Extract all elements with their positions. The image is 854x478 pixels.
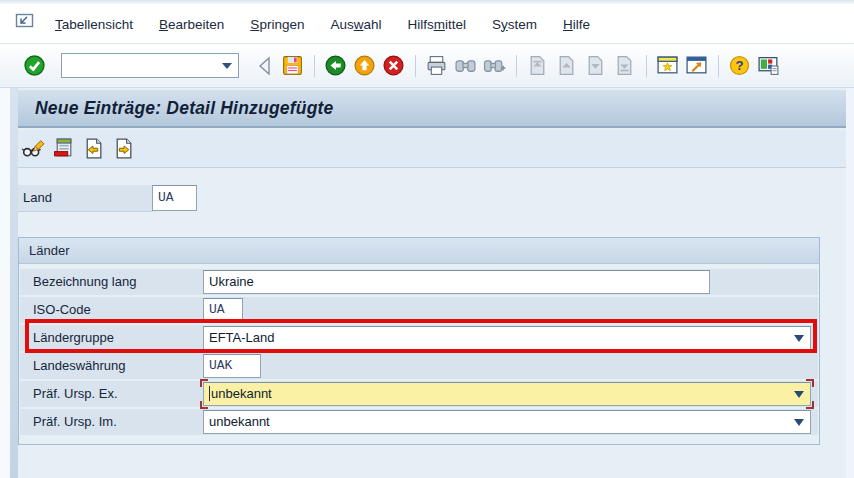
enter-icon[interactable] [22,53,47,78]
row-praef-ursp-im: Präf. Ursp. Im. unbekannt [20,409,818,435]
praef-ursp-ex-value: unbekannt [211,386,272,401]
chevron-down-icon[interactable] [794,419,804,426]
menu-bar: Tabellensicht Bearbeiten Springen Auswah… [0,0,854,44]
print-icon[interactable] [424,53,449,78]
praef-ursp-im-dropdown[interactable]: unbekannt [203,410,811,434]
laendergruppe-dropdown[interactable]: EFTA-Land [203,326,811,350]
window-left-margin [0,88,10,478]
new-session-icon[interactable] [655,53,680,78]
back-nav-icon[interactable] [251,53,276,78]
menu-springen[interactable]: Springen [241,13,313,36]
screen-body: Land UA Länder Bezeichnung lang Ukraine … [18,168,846,478]
land-label: Land [18,185,153,212]
menu-system[interactable]: System [483,13,546,36]
next-page-icon[interactable] [583,53,608,78]
landeswaehrung-field[interactable]: UAK [203,354,261,378]
save-icon[interactable] [280,53,305,78]
toolbar-separator [646,55,647,77]
laender-groupbox: Länder Bezeichnung lang Ukraine ISO-Code… [18,237,820,445]
text-cursor [209,386,210,401]
delete-icon[interactable] [50,135,77,162]
first-page-icon[interactable] [525,53,550,78]
menu-bearbeiten[interactable]: Bearbeiten [150,13,233,36]
laendergruppe-value: EFTA-Land [209,330,275,345]
row-praef-ursp-ex: Präf. Ursp. Ex. unbekannt [20,381,818,407]
chevron-down-icon[interactable] [794,335,804,342]
cancel-icon[interactable] [381,53,406,78]
customize-layout-icon[interactable] [756,53,781,78]
row-iso-code: ISO-Code UA [20,297,818,323]
land-field[interactable]: UA [152,185,197,211]
create-shortcut-icon[interactable] [684,53,709,78]
toolbar-separator [516,55,517,77]
title-bar: Neue Einträge: Detail Hinzugefügte [18,90,846,128]
laendergruppe-label: Ländergruppe [33,325,114,351]
page-title: Neue Einträge: Detail Hinzugefügte [35,98,334,119]
next-entry-icon[interactable] [110,135,137,162]
toolbar-separator [415,55,416,77]
command-field [61,53,239,78]
bezeichnung-lang-field[interactable]: Ukraine [203,270,710,294]
row-laendergruppe: Ländergruppe EFTA-Land [20,325,818,351]
menu-tabellensicht[interactable]: Tabellensicht [46,13,142,36]
svg-text:?: ? [736,58,744,73]
last-page-icon[interactable] [612,53,637,78]
application-toolbar [18,130,846,168]
back-circle-icon[interactable] [323,53,348,78]
previous-page-icon[interactable] [554,53,579,78]
row-landeswaehrung: Landeswährung UAK [20,353,818,379]
command-dropdown-icon[interactable] [222,63,232,69]
previous-entry-icon[interactable] [80,135,107,162]
menu-items: Tabellensicht Bearbeiten Springen Auswah… [46,4,607,44]
exit-icon[interactable] [352,53,377,78]
command-input[interactable] [68,56,222,75]
window-left-border [10,88,18,478]
system-menu-icon[interactable] [15,13,35,29]
menu-hilfsmittel[interactable]: Hilfsmittel [398,13,475,36]
row-bezeichnung-lang: Bezeichnung lang Ukraine [20,269,818,295]
help-icon[interactable]: ? [727,53,752,78]
toolbar-separator [718,55,719,77]
menu-hilfe[interactable]: Hilfe [554,13,599,36]
praef-ursp-im-label: Präf. Ursp. Im. [33,409,117,435]
landeswaehrung-label: Landeswährung [33,353,126,379]
menu-auswahl[interactable]: Auswahl [321,13,390,36]
praef-ursp-ex-label: Präf. Ursp. Ex. [33,381,118,407]
iso-code-label: ISO-Code [33,297,91,323]
toolbar-separator [314,55,315,77]
chevron-down-icon[interactable] [794,391,804,398]
iso-code-field[interactable]: UA [203,298,243,322]
bezeichnung-lang-label: Bezeichnung lang [33,269,136,295]
groupbox-title: Länder [19,238,819,264]
praef-ursp-im-value: unbekannt [209,414,270,429]
window-right-border [846,88,854,478]
find-next-icon[interactable] [482,53,507,78]
display-change-icon[interactable] [20,135,47,162]
standard-toolbar: ? [0,44,854,88]
praef-ursp-ex-dropdown[interactable]: unbekannt [203,382,811,406]
find-icon[interactable] [453,53,478,78]
